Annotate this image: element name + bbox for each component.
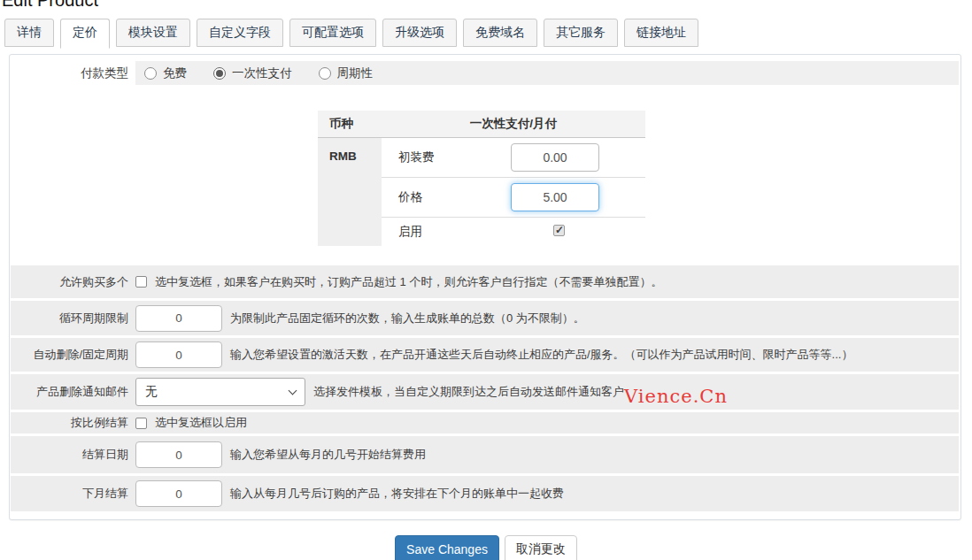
row-input[interactable] <box>135 305 222 332</box>
row-label: 下月结算 <box>11 486 135 502</box>
row-input[interactable] <box>135 441 222 468</box>
tab-详情[interactable]: 详情 <box>4 19 54 47</box>
radio-label: 一次性支付 <box>232 65 292 81</box>
pricing-panel: 付款类型 免费一次性支付周期性 币种 一次性支付/月付 RMB初装费价格启用 允… <box>9 54 961 520</box>
radio-label: 免费 <box>163 65 187 81</box>
config-row-产品删除通知邮件: 产品删除通知邮件无选择发件模板，当自定义期限到达之后自动发送邮件通知客户 <box>11 374 959 410</box>
config-row-按比例结算: 按比例结算选中复选框以启用 <box>11 412 959 433</box>
row-label: 产品删除通知邮件 <box>11 384 135 400</box>
price-input-价格[interactable] <box>511 183 599 211</box>
row-description: 选择发件模板，当自定义期限到达之后自动发送邮件通知客户 <box>313 384 624 400</box>
row-label: 自动删除/固定周期 <box>11 347 135 363</box>
pricing-table: 币种 一次性支付/月付 RMB初装费价格启用 <box>318 111 645 246</box>
currency-cell: RMB <box>318 137 382 246</box>
tab-自定义字段[interactable]: 自定义字段 <box>197 19 283 47</box>
currency-column-header: 币种 <box>318 111 382 137</box>
tab-其它服务[interactable]: 其它服务 <box>544 19 618 47</box>
save-button[interactable]: Save Changes <box>395 535 499 560</box>
payment-option-免费[interactable]: 免费 <box>144 65 187 81</box>
tab-可配置选项[interactable]: 可配置选项 <box>289 19 376 47</box>
row-checkbox[interactable] <box>135 418 147 429</box>
row-description: 选中复选框以启用 <box>155 415 247 431</box>
chevron-down-icon <box>289 387 297 395</box>
payment-type-row: 付款类型 免费一次性支付周期性 <box>10 61 960 85</box>
pricing-row: RMB初装费 <box>318 137 645 177</box>
payment-type-label: 付款类型 <box>10 65 135 81</box>
row-description: 输入从每月几号后订购的产品，将安排在下个月的账单中一起收费 <box>230 486 564 502</box>
footer-actions: Save Changes 取消更改 <box>0 535 972 560</box>
config-row-下月结算: 下月结算输入从每月几号后订购的产品，将安排在下个月的账单中一起收费 <box>11 476 959 511</box>
config-rows: 允许购买多个选中复选框，如果客户在购买时，订购产品超过 1 个时，则允许客户自行… <box>10 265 960 511</box>
row-input[interactable] <box>135 480 222 507</box>
row-input[interactable] <box>135 341 222 368</box>
row-label: 允许购买多个 <box>11 274 135 290</box>
radio-icon[interactable] <box>213 67 226 80</box>
row-description: 选中复选框，如果客户在购买时，订购产品超过 1 个时，则允许客户自行指定（不需要… <box>155 274 662 290</box>
payment-option-周期性[interactable]: 周期性 <box>319 65 374 81</box>
radio-icon[interactable] <box>144 67 157 80</box>
cancel-button[interactable]: 取消更改 <box>505 535 577 560</box>
payment-type-options: 免费一次性支付周期性 <box>135 61 959 85</box>
row-description: 输入您希望从每月的几号开始结算费用 <box>230 447 426 463</box>
price-input-初装费[interactable] <box>511 143 599 172</box>
email-template-select[interactable]: 无 <box>135 378 305 406</box>
select-value: 无 <box>145 384 158 400</box>
row-description: 为限制此产品固定循环的次数，输入生成账单的总数（0 为不限制）。 <box>230 311 585 326</box>
config-row-允许购买多个: 允许购买多个选中复选框，如果客户在购买时，订购产品超过 1 个时，则允许客户自行… <box>11 265 959 298</box>
pricing-table-body: RMB初装费价格启用 <box>318 137 645 246</box>
tab-升级选项[interactable]: 升级选项 <box>382 19 457 47</box>
tab-定价[interactable]: 定价 <box>60 19 110 49</box>
config-row-循环周期限制: 循环周期限制为限制此产品固定循环的次数，输入生成账单的总数（0 为不限制）。 <box>11 301 959 335</box>
row-checkbox[interactable] <box>135 276 147 288</box>
config-row-结算日期: 结算日期输入您希望从每月的几号开始结算费用 <box>11 436 959 473</box>
tab-免费域名[interactable]: 免费域名 <box>463 19 537 47</box>
pricing-row-label: 初装费 <box>382 137 511 177</box>
page-title: Edit Product <box>2 0 972 11</box>
row-label: 按比例结算 <box>11 415 135 431</box>
payment-option-一次性支付[interactable]: 一次性支付 <box>213 65 292 81</box>
pricing-row-label: 启用 <box>382 217 511 246</box>
config-row-自动删除/固定周期: 自动删除/固定周期输入您希望设置的激活天数，在产品开通这些天后自动终止相应的产品… <box>11 338 959 372</box>
payment-column-header: 一次性支付/月付 <box>382 111 645 137</box>
enable-checkbox[interactable] <box>553 225 565 236</box>
tab-模块设置[interactable]: 模块设置 <box>116 19 190 47</box>
tab-链接地址[interactable]: 链接地址 <box>624 19 698 47</box>
radio-icon[interactable] <box>319 67 331 80</box>
pricing-row-label: 价格 <box>382 177 511 217</box>
row-label: 循环周期限制 <box>11 311 135 326</box>
row-description: 输入您希望设置的激活天数，在产品开通这些天后自动终止相应的产品/服务。（可以作为… <box>230 347 852 363</box>
row-label: 结算日期 <box>11 447 135 463</box>
radio-label: 周期性 <box>337 65 374 81</box>
tab-bar: 详情定价模块设置自定义字段可配置选项升级选项免费域名其它服务链接地址 <box>4 19 972 47</box>
